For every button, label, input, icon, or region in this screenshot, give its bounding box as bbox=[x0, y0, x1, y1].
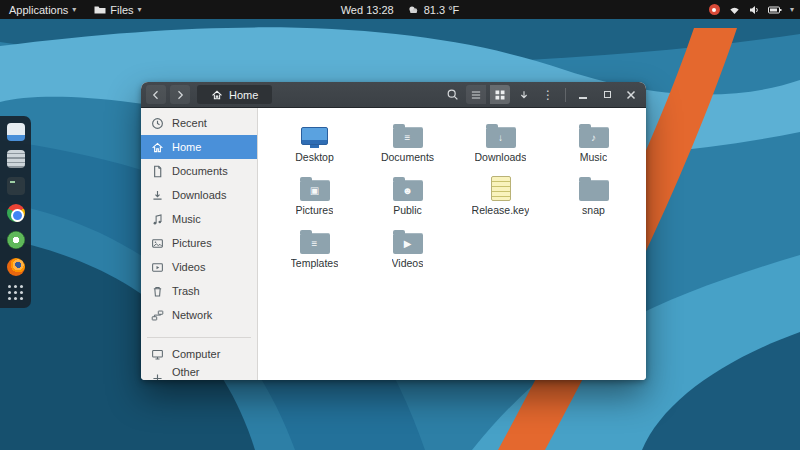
minimize-icon bbox=[579, 97, 587, 99]
sidebar-item-label: Pictures bbox=[172, 237, 212, 249]
list-view-icon bbox=[470, 89, 482, 101]
files-window: Home ⋮ Recent bbox=[141, 82, 646, 380]
back-button[interactable] bbox=[146, 85, 166, 104]
sidebar-item-label: Videos bbox=[172, 261, 205, 273]
music-note-icon bbox=[151, 213, 164, 226]
sidebar-item-other-locations[interactable]: Other Locations bbox=[141, 366, 257, 380]
window-headerbar[interactable]: Home ⋮ bbox=[141, 82, 646, 108]
clock[interactable]: Wed 13:28 bbox=[341, 4, 394, 16]
forward-button[interactable] bbox=[170, 85, 190, 104]
folder-icon: ↓ bbox=[486, 118, 516, 148]
wifi-icon bbox=[728, 5, 741, 15]
show-applications-icon[interactable] bbox=[8, 285, 24, 301]
sort-menu-button[interactable] bbox=[514, 85, 534, 104]
files-app-icon[interactable] bbox=[7, 123, 25, 141]
sidebar-item-pictures[interactable]: Pictures bbox=[141, 231, 257, 255]
sidebar-item-videos[interactable]: Videos bbox=[141, 255, 257, 279]
sidebar-item-music[interactable]: Music bbox=[141, 207, 257, 231]
sidebar-separator bbox=[147, 337, 251, 338]
search-button[interactable] bbox=[442, 85, 462, 104]
picture-icon bbox=[151, 237, 164, 250]
file-item-release-key[interactable]: Release.key bbox=[457, 171, 545, 224]
file-item-downloads[interactable]: ↓ Downloads bbox=[457, 118, 545, 171]
sidebar-item-computer[interactable]: Computer bbox=[141, 342, 257, 366]
close-button[interactable] bbox=[621, 85, 641, 104]
sidebar-item-documents[interactable]: Documents bbox=[141, 159, 257, 183]
sidebar-item-label: Network bbox=[172, 309, 212, 321]
sidebar-item-network[interactable]: Network bbox=[141, 303, 257, 327]
window-menu-button[interactable]: ⋮ bbox=[538, 85, 558, 104]
clock-label: Wed 13:28 bbox=[341, 4, 394, 16]
videos-emblem-icon: ▶ bbox=[393, 234, 423, 254]
maximize-icon bbox=[604, 91, 611, 98]
folder-icon bbox=[579, 171, 609, 201]
file-item-templates[interactable]: ≡ Templates bbox=[271, 224, 359, 277]
file-item-videos[interactable]: ▶ Videos bbox=[364, 224, 452, 277]
key-file-icon bbox=[491, 171, 511, 201]
sidebar-item-label: Trash bbox=[172, 285, 200, 297]
software-center-app-icon[interactable] bbox=[7, 231, 25, 249]
home-icon bbox=[211, 89, 223, 101]
folder-emblem bbox=[579, 181, 609, 201]
recent-icon bbox=[151, 117, 164, 130]
chrome-app-icon[interactable] bbox=[7, 204, 25, 222]
download-icon bbox=[151, 189, 164, 202]
file-item-pictures[interactable]: ▣ Pictures bbox=[271, 171, 359, 224]
chevron-down-icon: ▾ bbox=[790, 5, 794, 14]
plus-icon bbox=[151, 372, 164, 381]
text-editor-app-icon[interactable] bbox=[7, 150, 25, 168]
file-item-snap[interactable]: snap bbox=[550, 171, 638, 224]
dock bbox=[0, 116, 31, 308]
list-view-button[interactable] bbox=[466, 85, 486, 104]
sidebar: Recent Home Documents Downloads Music Pi bbox=[141, 108, 258, 380]
sidebar-item-trash[interactable]: Trash bbox=[141, 279, 257, 303]
battery-icon bbox=[768, 6, 782, 14]
file-name: Videos bbox=[392, 257, 424, 269]
applications-menu[interactable]: Applications ▾ bbox=[0, 0, 85, 19]
sidebar-item-label: Downloads bbox=[172, 189, 226, 201]
chevron-down-icon: ▾ bbox=[72, 5, 76, 14]
search-icon bbox=[446, 88, 459, 101]
weather-indicator[interactable]: 81.3 °F bbox=[408, 4, 460, 16]
sidebar-item-home[interactable]: Home bbox=[141, 135, 257, 159]
documents-emblem-icon: ≡ bbox=[393, 128, 423, 148]
headerbar-separator bbox=[565, 88, 566, 102]
location-label: Home bbox=[229, 89, 258, 101]
folder-icon: ☻ bbox=[393, 171, 423, 201]
templates-emblem-icon: ≡ bbox=[300, 234, 330, 254]
sidebar-item-label: Documents bbox=[172, 165, 228, 177]
sidebar-item-label: Home bbox=[172, 141, 201, 153]
document-icon bbox=[151, 165, 164, 178]
maximize-button[interactable] bbox=[597, 85, 617, 104]
file-name: snap bbox=[582, 204, 605, 216]
home-icon bbox=[151, 141, 164, 154]
file-grid[interactable]: Desktop ≡ Documents ↓ Downloads ♪ Music bbox=[258, 108, 646, 380]
file-item-music[interactable]: ♪ Music bbox=[550, 118, 638, 171]
folder-icon bbox=[94, 5, 106, 15]
sidebar-item-label: Computer bbox=[172, 348, 220, 360]
file-item-documents[interactable]: ≡ Documents bbox=[364, 118, 452, 171]
sidebar-item-recent[interactable]: Recent bbox=[141, 111, 257, 135]
folder-icon: ▶ bbox=[393, 224, 423, 254]
file-item-desktop[interactable]: Desktop bbox=[271, 118, 359, 171]
file-name: Downloads bbox=[475, 151, 527, 163]
file-name: Music bbox=[580, 151, 607, 163]
folder-icon: ♪ bbox=[579, 118, 609, 148]
file-name: Documents bbox=[381, 151, 434, 163]
grid-view-button[interactable] bbox=[490, 85, 510, 104]
computer-icon bbox=[151, 348, 164, 361]
pictures-emblem-icon: ▣ bbox=[300, 181, 330, 201]
files-app-menu[interactable]: Files ▾ bbox=[85, 0, 150, 19]
location-home-button[interactable]: Home bbox=[197, 85, 272, 104]
terminal-app-icon[interactable] bbox=[7, 177, 25, 195]
file-item-public[interactable]: ☻ Public bbox=[364, 171, 452, 224]
applications-menu-label: Applications bbox=[9, 4, 68, 16]
sidebar-item-downloads[interactable]: Downloads bbox=[141, 183, 257, 207]
public-emblem-icon: ☻ bbox=[393, 181, 423, 201]
minimize-button[interactable] bbox=[573, 85, 593, 104]
system-status-area[interactable]: ▾ bbox=[709, 0, 794, 19]
firefox-app-icon[interactable] bbox=[7, 258, 25, 276]
sidebar-item-label: Other Locations bbox=[172, 366, 247, 380]
file-name: Public bbox=[393, 204, 422, 216]
sidebar-item-label: Recent bbox=[172, 117, 207, 129]
